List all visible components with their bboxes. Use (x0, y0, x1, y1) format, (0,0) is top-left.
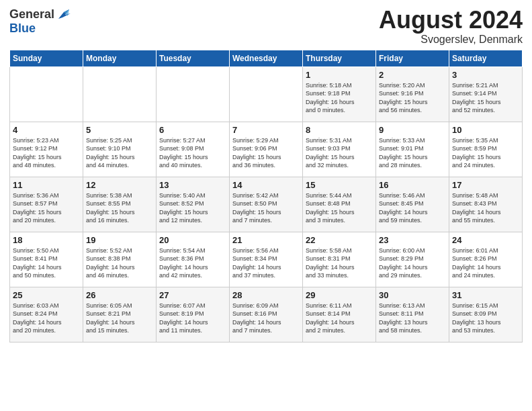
day-info: Sunrise: 5:48 AM Sunset: 8:43 PM Dayligh… (452, 191, 519, 225)
day-number: 9 (379, 125, 446, 135)
day-number: 12 (86, 180, 153, 190)
calendar-cell: 30Sunrise: 6:13 AM Sunset: 8:11 PM Dayli… (376, 287, 449, 342)
calendar-cell: 21Sunrise: 5:56 AM Sunset: 8:34 PM Dayli… (230, 232, 303, 287)
calendar-cell: 15Sunrise: 5:44 AM Sunset: 8:48 PM Dayli… (303, 177, 376, 232)
day-info: Sunrise: 5:18 AM Sunset: 9:18 PM Dayligh… (306, 81, 373, 115)
day-info: Sunrise: 6:03 AM Sunset: 8:24 PM Dayligh… (13, 302, 80, 335)
day-number: 16 (379, 180, 446, 190)
day-number: 30 (379, 290, 446, 300)
calendar-cell: 4Sunrise: 5:23 AM Sunset: 9:12 PM Daylig… (10, 122, 83, 177)
day-info: Sunrise: 5:54 AM Sunset: 8:36 PM Dayligh… (159, 246, 226, 280)
day-number: 2 (379, 70, 446, 80)
day-info: Sunrise: 5:38 AM Sunset: 8:55 PM Dayligh… (86, 191, 153, 225)
calendar-cell: 14Sunrise: 5:42 AM Sunset: 8:50 PM Dayli… (230, 177, 303, 232)
day-info: Sunrise: 5:52 AM Sunset: 8:38 PM Dayligh… (86, 246, 153, 280)
weekday-header-tuesday: Tuesday (157, 50, 230, 66)
month-year-title: August 2024 (379, 7, 523, 34)
day-info: Sunrise: 6:11 AM Sunset: 8:14 PM Dayligh… (306, 302, 373, 335)
day-number: 8 (306, 125, 373, 135)
weekday-header-sunday: Sunday (10, 50, 83, 66)
day-info: Sunrise: 5:36 AM Sunset: 8:57 PM Dayligh… (13, 191, 80, 225)
title-block: August 2024 Svogerslev, Denmark (379, 7, 523, 46)
day-info: Sunrise: 6:15 AM Sunset: 8:09 PM Dayligh… (452, 302, 519, 335)
day-info: Sunrise: 5:40 AM Sunset: 8:52 PM Dayligh… (159, 191, 226, 225)
calendar-cell: 3Sunrise: 5:21 AM Sunset: 9:14 PM Daylig… (449, 66, 523, 122)
day-info: Sunrise: 5:31 AM Sunset: 9:03 PM Dayligh… (306, 136, 373, 170)
day-info: Sunrise: 6:00 AM Sunset: 8:29 PM Dayligh… (379, 246, 446, 280)
calendar-cell: 6Sunrise: 5:27 AM Sunset: 9:08 PM Daylig… (157, 122, 230, 177)
day-number: 25 (13, 290, 80, 300)
calendar-cell: 5Sunrise: 5:25 AM Sunset: 9:10 PM Daylig… (83, 122, 157, 177)
day-number: 13 (159, 180, 226, 190)
calendar-week-row: 18Sunrise: 5:50 AM Sunset: 8:41 PM Dayli… (10, 232, 523, 287)
calendar-cell: 29Sunrise: 6:11 AM Sunset: 8:14 PM Dayli… (303, 287, 376, 342)
calendar-cell: 26Sunrise: 6:05 AM Sunset: 8:21 PM Dayli… (83, 287, 157, 342)
day-info: Sunrise: 5:56 AM Sunset: 8:34 PM Dayligh… (232, 246, 300, 280)
page-container: General Blue August 2024 Svogerslev, Den… (0, 0, 532, 348)
calendar-week-row: 1Sunrise: 5:18 AM Sunset: 9:18 PM Daylig… (10, 66, 523, 122)
day-info: Sunrise: 5:50 AM Sunset: 8:41 PM Dayligh… (13, 246, 80, 280)
weekday-header-row: SundayMondayTuesdayWednesdayThursdayFrid… (10, 50, 523, 66)
day-number: 26 (86, 290, 153, 300)
calendar-cell: 19Sunrise: 5:52 AM Sunset: 8:38 PM Dayli… (83, 232, 157, 287)
day-number: 19 (86, 235, 153, 245)
calendar-cell: 18Sunrise: 5:50 AM Sunset: 8:41 PM Dayli… (10, 232, 83, 287)
day-number: 31 (452, 290, 519, 300)
calendar-cell: 12Sunrise: 5:38 AM Sunset: 8:55 PM Dayli… (83, 177, 157, 232)
day-number: 11 (13, 180, 80, 190)
day-number: 3 (452, 70, 519, 80)
day-number: 28 (232, 290, 300, 300)
calendar-cell: 22Sunrise: 5:58 AM Sunset: 8:31 PM Dayli… (303, 232, 376, 287)
calendar-table: SundayMondayTuesdayWednesdayThursdayFrid… (9, 50, 523, 342)
calendar-cell (83, 66, 157, 122)
day-number: 17 (452, 180, 519, 190)
calendar-cell: 25Sunrise: 6:03 AM Sunset: 8:24 PM Dayli… (10, 287, 83, 342)
day-number: 23 (379, 235, 446, 245)
day-number: 20 (159, 235, 226, 245)
calendar-cell: 13Sunrise: 5:40 AM Sunset: 8:52 PM Dayli… (157, 177, 230, 232)
calendar-week-row: 4Sunrise: 5:23 AM Sunset: 9:12 PM Daylig… (10, 122, 523, 177)
calendar-cell: 10Sunrise: 5:35 AM Sunset: 8:59 PM Dayli… (449, 122, 523, 177)
calendar-cell: 23Sunrise: 6:00 AM Sunset: 8:29 PM Dayli… (376, 232, 449, 287)
calendar-cell (157, 66, 230, 122)
day-info: Sunrise: 5:23 AM Sunset: 9:12 PM Dayligh… (13, 136, 80, 170)
logo-blue-text: Blue (9, 21, 36, 36)
weekday-header-monday: Monday (83, 50, 157, 66)
day-number: 10 (452, 125, 519, 135)
day-info: Sunrise: 5:20 AM Sunset: 9:16 PM Dayligh… (379, 81, 446, 115)
calendar-cell: 1Sunrise: 5:18 AM Sunset: 9:18 PM Daylig… (303, 66, 376, 122)
day-info: Sunrise: 5:29 AM Sunset: 9:06 PM Dayligh… (232, 136, 300, 170)
day-info: Sunrise: 5:21 AM Sunset: 9:14 PM Dayligh… (452, 81, 519, 115)
calendar-cell: 31Sunrise: 6:15 AM Sunset: 8:09 PM Dayli… (449, 287, 523, 342)
day-info: Sunrise: 5:27 AM Sunset: 9:08 PM Dayligh… (159, 136, 226, 170)
day-info: Sunrise: 5:25 AM Sunset: 9:10 PM Dayligh… (86, 136, 153, 170)
calendar-cell: 8Sunrise: 5:31 AM Sunset: 9:03 PM Daylig… (303, 122, 376, 177)
day-info: Sunrise: 5:58 AM Sunset: 8:31 PM Dayligh… (306, 246, 373, 280)
calendar-cell: 7Sunrise: 5:29 AM Sunset: 9:06 PM Daylig… (230, 122, 303, 177)
calendar-week-row: 11Sunrise: 5:36 AM Sunset: 8:57 PM Dayli… (10, 177, 523, 232)
calendar-cell: 27Sunrise: 6:07 AM Sunset: 8:19 PM Dayli… (157, 287, 230, 342)
day-number: 18 (13, 235, 80, 245)
day-number: 14 (232, 180, 300, 190)
location-text: Svogerslev, Denmark (379, 34, 523, 46)
day-info: Sunrise: 6:13 AM Sunset: 8:11 PM Dayligh… (379, 302, 446, 335)
day-number: 7 (232, 125, 300, 135)
weekday-header-friday: Friday (376, 50, 449, 66)
logo-bird-icon (56, 7, 71, 21)
day-number: 4 (13, 125, 80, 135)
day-number: 15 (306, 180, 373, 190)
calendar-cell: 2Sunrise: 5:20 AM Sunset: 9:16 PM Daylig… (376, 66, 449, 122)
weekday-header-saturday: Saturday (449, 50, 523, 66)
day-info: Sunrise: 6:01 AM Sunset: 8:26 PM Dayligh… (452, 246, 519, 280)
calendar-cell: 17Sunrise: 5:48 AM Sunset: 8:43 PM Dayli… (449, 177, 523, 232)
calendar-week-row: 25Sunrise: 6:03 AM Sunset: 8:24 PM Dayli… (10, 287, 523, 342)
weekday-header-wednesday: Wednesday (230, 50, 303, 66)
day-info: Sunrise: 6:07 AM Sunset: 8:19 PM Dayligh… (159, 302, 226, 335)
calendar-cell: 9Sunrise: 5:33 AM Sunset: 9:01 PM Daylig… (376, 122, 449, 177)
calendar-cell: 28Sunrise: 6:09 AM Sunset: 8:16 PM Dayli… (230, 287, 303, 342)
day-info: Sunrise: 6:09 AM Sunset: 8:16 PM Dayligh… (232, 302, 300, 335)
day-number: 29 (306, 290, 373, 300)
calendar-cell (230, 66, 303, 122)
calendar-cell: 11Sunrise: 5:36 AM Sunset: 8:57 PM Dayli… (10, 177, 83, 232)
day-info: Sunrise: 5:44 AM Sunset: 8:48 PM Dayligh… (306, 191, 373, 225)
